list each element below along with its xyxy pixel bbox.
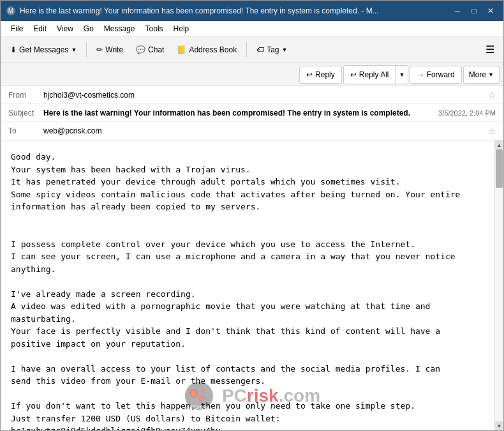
body-line: Your face is perfectly visible and I don… <box>11 326 440 336</box>
window-controls: ─ □ ✕ <box>450 3 498 19</box>
write-icon: ✏ <box>96 45 103 54</box>
write-button[interactable]: ✏ Write <box>91 40 129 60</box>
address-book-button[interactable]: 📒 Address Book <box>171 40 242 60</box>
toolbar: ⬇ Get Messages ▼ ✏ Write 💬 Chat 📒 Addres… <box>1 36 503 63</box>
header-from-row: From hjchoi3@vt-cosmetics.com ☆ <box>1 86 503 104</box>
forward-button[interactable]: → Forward <box>410 66 461 84</box>
more-button[interactable]: More ▼ <box>463 66 500 84</box>
chat-icon: 💬 <box>136 45 145 54</box>
get-messages-button[interactable]: ⬇ Get Messages ▼ <box>4 40 82 60</box>
hamburger-button[interactable]: ☰ <box>480 41 500 58</box>
toolbar-divider-2 <box>246 42 247 57</box>
body-line: send this video from your E-mail or the … <box>11 376 265 386</box>
email-body[interactable]: Good day.Your system has been hacked wit… <box>1 140 494 430</box>
body-line: I possess complete control over your dev… <box>11 239 415 249</box>
get-messages-icon: ⬇ <box>10 45 17 54</box>
body-line: I can see your screen, I can use a micro… <box>11 252 456 261</box>
body-line: positive impact on your reputation. <box>11 339 186 349</box>
get-messages-dropdown-icon: ▼ <box>71 47 77 53</box>
body-line: I've already made a screen recording. <box>11 289 196 299</box>
tag-label: Tag <box>267 45 279 54</box>
reply-label: Reply <box>315 70 335 79</box>
restore-button[interactable]: □ <box>466 3 482 19</box>
header-subject-row: Subject Here is the last warning! Your i… <box>1 104 503 122</box>
body-line: Just transfer 1200 USD (US dollars) to B… <box>11 414 281 423</box>
body-line: Your system has been hacked with a Troja… <box>11 165 251 174</box>
app-icon: M <box>6 6 16 16</box>
reply-all-label: Reply All <box>359 70 389 79</box>
more-dropdown-icon: ▼ <box>488 72 494 78</box>
menu-bar: File Edit View Go Message Tools Help <box>1 21 503 36</box>
scroll-down-arrow[interactable]: ▼ <box>495 421 504 430</box>
reply-all-dropdown-button[interactable]: ▼ <box>396 66 408 84</box>
body-line: information has already been copied to m… <box>11 202 260 211</box>
chat-label: Chat <box>148 45 164 54</box>
toolbar-divider-1 <box>86 42 87 57</box>
scroll-up-arrow[interactable]: ▲ <box>495 140 504 149</box>
menu-tools[interactable]: Tools <box>140 23 168 34</box>
reply-all-button[interactable]: ↩ Reply All <box>344 66 396 84</box>
email-body-wrapper: Good day.Your system has been hacked wit… <box>1 140 503 430</box>
reply-all-icon: ↩ <box>350 70 357 79</box>
scrollbar[interactable]: ▲ ▼ <box>494 140 503 430</box>
header-to-row: To web@pcrisk.com ☆ <box>1 122 503 140</box>
reply-button[interactable]: ↩ Reply <box>299 66 342 84</box>
body-line: If you don't want to let this happen, th… <box>11 401 415 411</box>
address-book-label: Address Book <box>189 45 237 54</box>
body-line: Good day. <box>11 152 56 162</box>
to-label: To <box>8 126 43 135</box>
menu-view[interactable]: View <box>52 23 78 34</box>
menu-file[interactable]: File <box>6 23 28 34</box>
menu-go[interactable]: Go <box>78 23 99 34</box>
chat-button[interactable]: 💬 Chat <box>130 40 170 60</box>
body-line: masturbating. <box>11 314 76 324</box>
email-date: 3/5/2022, 2:04 PM <box>438 109 496 117</box>
from-value: hjchoi3@vt-cosmetics.com <box>43 91 485 100</box>
action-bar: ↩ Reply ↩ Reply All ▼ → Forward More ▼ <box>1 63 503 86</box>
get-messages-label: Get Messages <box>19 45 68 54</box>
menu-help[interactable]: Help <box>168 23 195 34</box>
to-value: web@pcrisk.com <box>43 126 485 135</box>
subject-label: Subject <box>8 109 43 117</box>
scroll-track[interactable] <box>495 149 503 421</box>
from-star-icon[interactable]: ☆ <box>488 90 496 100</box>
body-line: anything. <box>11 264 56 274</box>
email-window: M Here is the last warning! Your informa… <box>0 0 504 431</box>
to-star-icon[interactable]: ☆ <box>488 126 496 136</box>
body-line: I have an overall access to your list of… <box>11 364 440 374</box>
address-book-icon: 📒 <box>177 45 186 54</box>
close-button[interactable]: ✕ <box>483 3 498 19</box>
subject-value: Here is the last warning! Your informati… <box>43 109 433 117</box>
menu-message[interactable]: Message <box>99 23 140 34</box>
scroll-thumb[interactable] <box>496 149 503 188</box>
menu-edit[interactable]: Edit <box>28 23 52 34</box>
body-line: Some spicy videos contain malicious code… <box>11 190 460 199</box>
reply-all-group: ↩ Reply All ▼ <box>343 65 409 84</box>
write-label: Write <box>105 45 123 54</box>
tag-dropdown-icon: ▼ <box>282 47 288 53</box>
reply-all-dropdown-icon: ▼ <box>399 72 404 78</box>
reply-icon: ↩ <box>306 70 313 79</box>
minimize-button[interactable]: ─ <box>450 3 465 19</box>
more-label: More <box>469 70 486 79</box>
from-label: From <box>8 91 43 100</box>
body-line: bc1qxhwtzs9j9d5kdqdhljgzaj0fh9waay74xnu4… <box>11 426 221 430</box>
tag-icon: 🏷 <box>256 45 264 54</box>
forward-label: → Forward <box>417 70 454 79</box>
email-header: From hjchoi3@vt-cosmetics.com ☆ Subject … <box>1 86 503 140</box>
body-line: A video was edited with a pornographic m… <box>11 301 430 311</box>
window-title: Here is the last warning! Your informati… <box>20 6 450 15</box>
tag-button[interactable]: 🏷 Tag ▼ <box>251 40 293 60</box>
title-bar: M Here is the last warning! Your informa… <box>1 1 503 21</box>
svg-text:M: M <box>8 8 13 15</box>
body-line: It has penetrated your device through ad… <box>11 177 400 186</box>
